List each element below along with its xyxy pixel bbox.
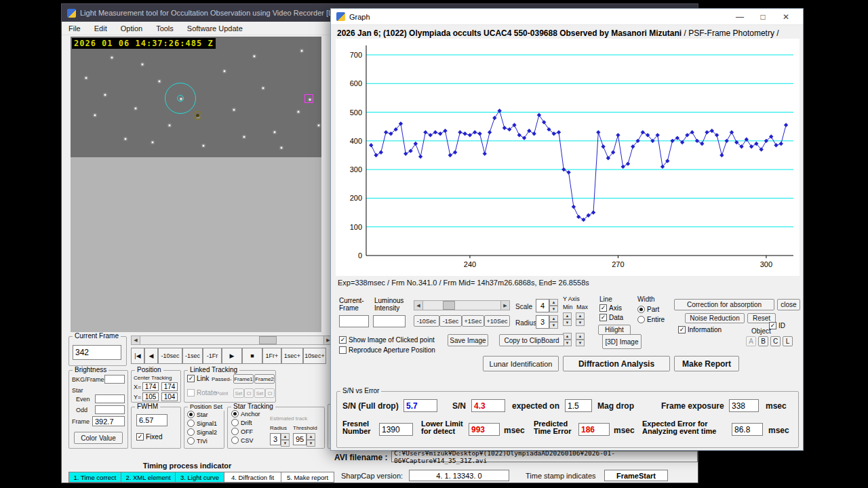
part-radio[interactable]: Part — [637, 306, 659, 313]
go-start-button[interactable]: |◀ — [131, 348, 144, 364]
ymax-down-icon[interactable] — [576, 319, 585, 326]
graph-scrollbar[interactable]: ◀ ▶ — [414, 300, 510, 310]
tab-time-correct[interactable]: 1. Time correct — [68, 472, 121, 483]
graph-radius-up-icon[interactable] — [549, 315, 558, 322]
predicted-error-field[interactable]: 186 — [578, 423, 610, 436]
back-1frame-button[interactable]: -1Fr — [203, 348, 222, 364]
3d-image-button[interactable]: [3D] Image — [602, 334, 642, 349]
color-value-button[interactable]: Color Value — [74, 432, 123, 444]
threshold-up-icon[interactable] — [307, 433, 315, 440]
lunar-identification-button[interactable]: Lunar Identification — [483, 356, 559, 371]
ymin-spinner-top[interactable] — [563, 312, 572, 326]
ymax2-down-icon[interactable] — [576, 340, 585, 346]
show-image-checkbox[interactable]: Show Image of Clicked point — [339, 336, 435, 344]
reproduce-aperture-checkbox[interactable]: Reproduce Aperture Position — [339, 346, 435, 354]
graph-current-frame-field[interactable] — [339, 315, 369, 327]
menu-option[interactable]: Option — [114, 24, 149, 33]
y1-field[interactable]: 105 — [142, 392, 159, 401]
bkg-frame-field[interactable] — [104, 375, 125, 384]
ymin-down-icon[interactable] — [563, 319, 572, 326]
sn-full-drop-field[interactable]: 5.7 — [403, 399, 437, 412]
minus-1sec-button[interactable]: -1Sec — [439, 315, 462, 327]
hilight-button[interactable]: Hilight — [598, 325, 631, 335]
plus-1sec-button[interactable]: +1Sec — [462, 315, 484, 327]
data-checkbox[interactable]: Data — [599, 314, 623, 321]
link-checkbox[interactable]: Link — [187, 375, 209, 382]
step-back-button[interactable]: ◀ — [144, 348, 158, 364]
tracking-radius-down-icon[interactable] — [281, 440, 290, 447]
graph-radius-value[interactable]: 3 — [536, 315, 549, 329]
back-1sec-button[interactable]: -1sec — [182, 348, 203, 364]
object-b-button[interactable]: B — [758, 336, 768, 346]
save-image-button[interactable]: Save Image — [448, 334, 488, 346]
fwhm-field[interactable]: 6.57 — [136, 414, 167, 426]
menu-software-update[interactable]: Software Update — [180, 24, 250, 33]
x1-field[interactable]: 174 — [142, 382, 159, 391]
scale-down-icon[interactable] — [549, 306, 558, 312]
frame2-button[interactable]: Frame2 — [254, 374, 275, 384]
object-a-button[interactable]: A — [746, 336, 756, 346]
radio-signal1[interactable]: Signal1 — [187, 420, 217, 427]
radio-csv[interactable]: CSV — [231, 436, 254, 444]
scale-up-icon[interactable] — [549, 299, 558, 306]
expected-on-field[interactable]: 1.5 — [565, 399, 592, 412]
radio-off[interactable]: OFF — [231, 428, 253, 435]
axis-checkbox[interactable]: Axis — [599, 304, 622, 312]
luminous-intensity-field[interactable] — [373, 315, 406, 327]
rotate-checkbox[interactable]: Rotate — [187, 389, 216, 396]
fwd-1frame-button[interactable]: 1Fr+ — [262, 348, 281, 364]
frame-exposure-field[interactable]: 338 — [729, 399, 759, 412]
graph-radius-spinner[interactable]: 3 — [536, 315, 558, 329]
tab-diffraction-fit[interactable]: 4. Diffraction fit — [224, 472, 281, 483]
cl2-button[interactable]: Cl — [265, 388, 275, 398]
make-report-button[interactable]: Make Report — [674, 356, 739, 371]
graph-scroll-left-icon[interactable]: ◀ — [414, 301, 423, 310]
scale-spinner[interactable]: 4 — [536, 299, 558, 312]
fwd-1sec-button[interactable]: 1sec+ — [281, 348, 303, 364]
tab-make-report[interactable]: 5. Make report — [281, 472, 334, 483]
id-checkbox[interactable]: ID — [769, 322, 785, 329]
menu-edit[interactable]: Edit — [87, 24, 114, 33]
minimize-icon[interactable]: — — [728, 9, 751, 24]
even-field[interactable] — [95, 394, 125, 403]
fixed-checkbox[interactable]: Fixed — [136, 433, 162, 441]
x2-field[interactable]: 174 — [161, 382, 178, 391]
threshold-spinner[interactable]: 95 — [293, 433, 315, 447]
menu-file[interactable]: File — [62, 24, 87, 33]
fresnel-number-field[interactable]: 1390 — [379, 423, 413, 436]
object-c-button[interactable]: C — [770, 336, 781, 346]
ymax2-up-icon[interactable] — [576, 333, 585, 340]
play-button[interactable]: ▶ — [222, 348, 242, 364]
timestamp-indicates-field[interactable]: FrameStart — [604, 470, 668, 481]
comparison-aperture-circle[interactable] — [193, 111, 202, 120]
ymax-spinner-bottom[interactable] — [576, 333, 585, 346]
maximize-icon[interactable]: □ — [751, 9, 774, 24]
stop-button[interactable]: ■ — [242, 348, 262, 364]
light-curve-svg[interactable]: 0100200300400500600700240270300 — [336, 39, 800, 276]
noise-reduction-button[interactable]: Noise Reduction — [685, 313, 745, 323]
lower-limit-field[interactable]: 993 — [469, 423, 500, 436]
radio-tivi[interactable]: TIVi — [187, 437, 208, 445]
tab-xml-element[interactable]: 2. XML element — [121, 472, 176, 483]
correction-absorption-button[interactable]: Correction for absorption — [674, 299, 774, 310]
set2-button[interactable]: Set — [254, 388, 265, 398]
frame-scrollbar-thumb[interactable] — [259, 336, 277, 344]
frame-scrollbar[interactable]: ◀ ▶ — [131, 336, 333, 345]
object-l-button[interactable]: L — [783, 336, 793, 346]
expected-error-field[interactable]: 86.8 — [732, 423, 763, 436]
tracking-radius-up-icon[interactable] — [281, 433, 290, 440]
sharpcap-version-field[interactable]: 4. 1. 13343. 0 — [409, 470, 509, 481]
graph-scrollbar-thumb[interactable] — [443, 301, 455, 310]
avi-filename-field[interactable]: C:¥Users¥mizuk¥Desktop¥(1022)OlympiadaAD… — [391, 451, 698, 462]
radio-signal2[interactable]: Signal2 — [187, 428, 217, 436]
target-aperture-circle[interactable] — [165, 83, 196, 114]
entire-radio[interactable]: Entire — [637, 316, 665, 323]
tab-light-curve[interactable]: 3. Light curve — [176, 472, 224, 483]
graph-scroll-right-icon[interactable]: ▶ — [500, 301, 509, 310]
radio-anchor[interactable]: Anchor — [231, 410, 260, 418]
odd-field[interactable] — [95, 405, 125, 414]
plus-10sec-button[interactable]: +10Sec — [484, 315, 510, 327]
information-checkbox[interactable]: Information — [678, 326, 722, 333]
threshold-value[interactable]: 95 — [293, 433, 307, 445]
tracking-radius-spinner[interactable]: 3 — [270, 433, 290, 447]
